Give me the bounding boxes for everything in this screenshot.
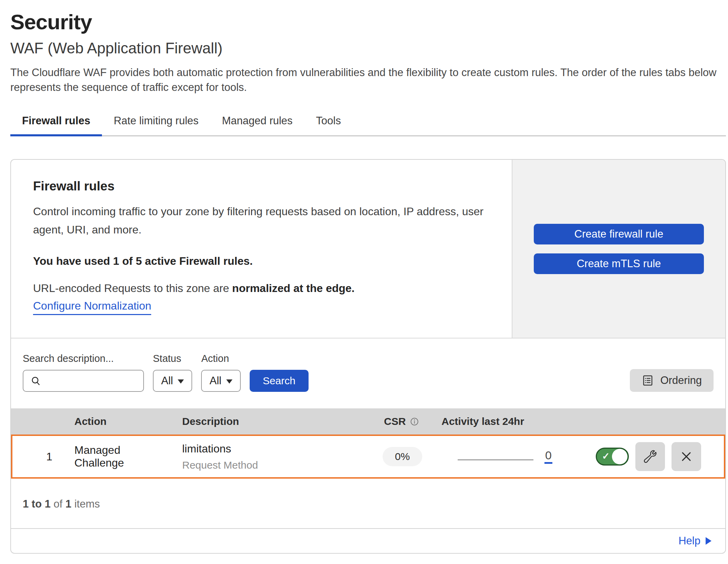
usage-line: You have used 1 of 5 active Firewall rul… <box>33 255 490 268</box>
rule-description-cell: limitations Request Method <box>172 442 374 471</box>
search-button[interactable]: Search <box>250 370 309 392</box>
list-document-icon <box>642 374 654 387</box>
rule-controls: ✓ <box>576 442 724 471</box>
search-input[interactable] <box>41 375 143 387</box>
help-link[interactable]: Help <box>678 535 711 547</box>
normalization-prefix: URL-encoded Requests to this zone are <box>33 282 232 294</box>
status-select[interactable]: All <box>153 370 192 392</box>
close-icon <box>680 450 693 463</box>
firewall-rule-row[interactable]: 1 Managed Challenge limitations Request … <box>11 435 725 479</box>
rules-table-header: Action Description CSR Activity last 24h… <box>11 408 725 435</box>
csr-badge: 0% <box>383 447 422 466</box>
chevron-down-icon <box>226 379 232 384</box>
create-rule-panel: Create firewall rule Create mTLS rule <box>512 160 725 338</box>
right-arrow-icon <box>706 537 711 545</box>
rule-enabled-toggle[interactable]: ✓ <box>596 448 629 466</box>
tab-managed-rules[interactable]: Managed rules <box>210 111 304 135</box>
header-csr: CSR <box>374 416 431 427</box>
card-heading: Firewall rules <box>33 179 490 194</box>
page-subtitle: WAF (Web Application Firewall) <box>10 40 726 57</box>
pagination-of: of <box>54 498 63 510</box>
action-label: Action <box>201 353 240 364</box>
search-description-field: Search description... <box>23 353 144 392</box>
search-description-label: Search description... <box>23 353 144 364</box>
activity-count-link[interactable]: 0 <box>544 449 552 464</box>
pagination-range: 1 to 1 <box>23 498 51 510</box>
header-activity: Activity last 24hr <box>431 416 576 427</box>
firewall-rules-summary: Firewall rules Control incoming traffic … <box>11 160 512 338</box>
toggle-knob <box>612 449 627 464</box>
action-select-value: All <box>209 375 221 387</box>
help-row: Help <box>11 528 725 553</box>
delete-rule-button[interactable] <box>672 442 701 471</box>
rules-tab-bar: Firewall rules Rate limiting rules Manag… <box>10 111 726 136</box>
rule-csr-cell: 0% <box>374 447 431 466</box>
configure-normalization-link[interactable]: Configure Normalization <box>33 300 151 315</box>
rule-priority: 1 <box>12 450 54 463</box>
tab-rate-limiting-rules[interactable]: Rate limiting rules <box>102 111 210 135</box>
status-filter-field: Status All <box>153 353 192 392</box>
status-select-value: All <box>161 375 173 387</box>
header-action: Action <box>54 416 172 427</box>
card-description: Control incoming traffic to your zone by… <box>33 202 490 239</box>
rule-activity-cell: 0 <box>431 449 576 464</box>
filter-bar: Search description... Status <box>11 338 725 408</box>
search-icon <box>30 375 41 386</box>
pagination-items: items <box>74 498 100 510</box>
tab-tools[interactable]: Tools <box>304 111 353 135</box>
normalization-bold: normalized at the edge. <box>232 282 355 294</box>
info-icon[interactable] <box>410 417 419 426</box>
chevron-down-icon <box>178 379 184 384</box>
filter-controls: Search description... Status <box>23 353 309 392</box>
wrench-icon <box>643 449 657 464</box>
action-select[interactable]: All <box>201 370 240 392</box>
firewall-rules-summary-section: Firewall rules Control incoming traffic … <box>11 160 725 338</box>
pagination-total: 1 <box>65 498 71 510</box>
create-mtls-rule-button[interactable]: Create mTLS rule <box>534 253 704 274</box>
page-title: Security <box>10 10 726 34</box>
header-description: Description <box>172 416 374 427</box>
normalization-line: URL-encoded Requests to this zone are no… <box>33 282 490 295</box>
ordering-button-label: Ordering <box>660 374 702 387</box>
firewall-rules-card: Firewall rules Control incoming traffic … <box>10 159 726 554</box>
status-label: Status <box>153 353 192 364</box>
checkmark-icon: ✓ <box>602 451 610 462</box>
header-csr-label: CSR <box>384 416 406 427</box>
tab-firewall-rules[interactable]: Firewall rules <box>10 111 102 135</box>
help-link-label: Help <box>678 535 700 547</box>
edit-rule-button[interactable] <box>635 442 665 471</box>
rule-action: Managed Challenge <box>54 444 172 469</box>
activity-sparkline <box>458 459 533 460</box>
action-filter-field: Action All <box>201 353 240 392</box>
rule-expression-summary: Request Method <box>182 459 374 471</box>
page-description: The Cloudflare WAF provides both automat… <box>10 65 723 95</box>
rule-description: limitations <box>182 442 374 455</box>
search-input-box[interactable] <box>23 370 144 392</box>
security-waf-page: Security WAF (Web Application Firewall) … <box>0 0 728 554</box>
create-firewall-rule-button[interactable]: Create firewall rule <box>534 224 704 244</box>
ordering-button[interactable]: Ordering <box>630 369 714 392</box>
pagination-summary: 1 to 1 of 1 items <box>11 479 725 528</box>
